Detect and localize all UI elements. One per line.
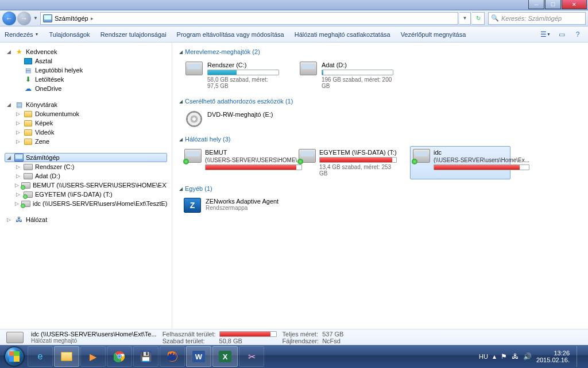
drive-d[interactable]: Adat (D:) 196 GB szabad, méret: 200 GB xyxy=(296,59,396,92)
taskbar-ie[interactable]: e xyxy=(28,346,53,367)
media-player-icon: ▶ xyxy=(86,350,100,363)
snipping-icon: ✂ xyxy=(245,350,258,363)
network-tray-icon[interactable]: 🖧 xyxy=(512,352,519,361)
network-drive-icon xyxy=(21,182,30,189)
sidebar-item-network[interactable]: ▷🖧Hálózat xyxy=(5,215,167,224)
section-other[interactable]: ◢Egyéb (1) xyxy=(179,185,581,192)
taskbar-word[interactable]: W xyxy=(186,346,211,367)
drive-idc[interactable]: idc (\\USERS-SERVER\users\Home\Ex... xyxy=(410,146,510,179)
download-icon: ⬇ xyxy=(24,75,33,83)
usage-bar xyxy=(207,70,279,75)
sidebar-item-music[interactable]: ▷Zene xyxy=(5,137,167,146)
network-drive-icon xyxy=(299,149,316,163)
taskbar-explorer[interactable] xyxy=(54,346,79,367)
sidebar-item-computer[interactable]: ◢Számítógép xyxy=(5,153,167,162)
sidebar-item-drive-c[interactable]: ▷Rendszer (C:) xyxy=(5,162,167,171)
usage-bar xyxy=(205,164,302,170)
taskbar-media[interactable]: ▶ xyxy=(80,346,106,367)
organize-menu[interactable]: Rendezés ▼ xyxy=(5,31,38,38)
help-button[interactable]: ? xyxy=(572,29,583,40)
map-network-drive-button[interactable]: Hálózati meghajtó csatlakoztatása xyxy=(295,31,390,38)
sidebar-item-downloads[interactable]: ⬇Letöltések xyxy=(5,75,167,84)
navigation-bar: ← → ▼ Számítógép ▸ ▼ ↻ 🔍 Keresés: Számít… xyxy=(0,10,588,26)
window-titlebar: ─ ☐ ✕ xyxy=(0,0,588,10)
sidebar-item-pictures[interactable]: ▷Képek xyxy=(5,118,167,128)
clock[interactable]: 13:26 2015.02.16. xyxy=(536,350,570,363)
open-control-panel-button[interactable]: Vezérlőpult megnyitása xyxy=(401,31,466,38)
taskbar-snipping[interactable]: ✂ xyxy=(239,346,264,367)
taskbar-excel[interactable]: X xyxy=(212,346,238,367)
breadcrumb-arrow-icon[interactable]: ▸ xyxy=(91,16,94,21)
show-desktop-button[interactable] xyxy=(577,346,582,367)
star-icon: ★ xyxy=(14,48,24,56)
content-pane: ◢Merevlemez-meghajtók (2) Rendszer (C:) … xyxy=(172,43,588,329)
section-removable[interactable]: ◢Cserélhető adathordozós eszközök (1) xyxy=(179,98,581,105)
collapse-icon: ◢ xyxy=(179,49,183,55)
refresh-button[interactable]: ↻ xyxy=(472,12,485,25)
zenworks-icon: Z xyxy=(184,198,201,213)
floppy-icon: 💾 xyxy=(140,351,152,362)
drive-c[interactable]: Rendszer (C:) 58,0 GB szabad, méret: 97,… xyxy=(181,59,282,92)
drive-bemut[interactable]: BEMUT (\\USERS-SERVER\USERS\HOME\... xyxy=(181,146,282,179)
drive-egyetem[interactable]: EGYETEM (\\FS-DATA) (T:) 13,4 GB szabad,… xyxy=(296,146,396,179)
computer-icon xyxy=(14,154,24,162)
search-icon: 🔍 xyxy=(491,14,499,22)
details-total-value: 537 GB xyxy=(322,331,343,338)
address-location: Számítógép xyxy=(55,15,88,22)
sidebar-item-documents[interactable]: ▷Dokumentumok xyxy=(5,109,167,118)
details-used-label: Felhasznált terület: xyxy=(163,331,216,338)
folder-icon xyxy=(24,111,32,117)
sidebar-item-drive-s[interactable]: ▷BEMUT (\\USERS-SERVER\USERS\HOME\EXT) (… xyxy=(5,181,167,190)
libraries-group[interactable]: ◢▤Könyvtárak xyxy=(5,100,167,109)
start-button[interactable] xyxy=(2,346,26,367)
computer-icon xyxy=(43,14,52,22)
ie-icon: e xyxy=(33,350,47,363)
favorites-group[interactable]: ◢★Kedvencek xyxy=(5,47,167,56)
sidebar-item-drive-z[interactable]: ▷idc (\\USERS-SERVER\users\Home\Ext\Tesz… xyxy=(5,199,167,208)
taskbar: e ▶ 💾 W X ✂ HU ▴ ⚑ 🖧 🔊 13:26 2015.02.16. xyxy=(0,345,588,368)
drive-dvd[interactable]: DVD-RW-meghajtó (E:) xyxy=(181,108,282,130)
collapse-icon: ◢ xyxy=(179,186,183,191)
chrome-icon xyxy=(113,350,126,363)
nav-history-dropdown[interactable]: ▼ xyxy=(32,12,39,25)
system-properties-button[interactable]: Rendszer tulajdonságai xyxy=(100,31,167,38)
sidebar-item-videos[interactable]: ▷Videók xyxy=(5,128,167,137)
taskbar-firefox[interactable] xyxy=(160,346,185,367)
minimize-button[interactable]: ─ xyxy=(528,0,544,9)
uninstall-program-button[interactable]: Program eltávolítása vagy módosítása xyxy=(177,31,284,38)
details-usage-bar xyxy=(219,331,277,337)
flag-icon[interactable]: ⚑ xyxy=(501,352,507,361)
address-dropdown[interactable]: ▼ xyxy=(459,12,471,25)
taskbar-save-icon[interactable]: 💾 xyxy=(133,346,158,367)
details-pane: idc (\\USERS-SERVER\users\Home\Ext\Te...… xyxy=(0,329,588,345)
navigation-tree: ◢★Kedvencek Asztal ▤Legutóbbi helyek ⬇Le… xyxy=(0,43,172,329)
search-placeholder: Keresés: Számítógép xyxy=(501,15,562,22)
properties-button[interactable]: Tulajdonságok xyxy=(49,31,90,38)
language-indicator[interactable]: HU xyxy=(479,353,488,360)
address-bar[interactable]: Számítógép ▸ xyxy=(40,12,458,25)
sidebar-item-recent[interactable]: ▤Legutóbbi helyek xyxy=(5,66,167,75)
zenworks-item[interactable]: Z ZENworks Adaptive Agent Rendszermappa xyxy=(181,195,308,215)
desktop-icon xyxy=(24,58,32,64)
search-input[interactable]: 🔍 Keresés: Számítógép xyxy=(488,12,586,25)
sidebar-item-onedrive[interactable]: ☁OneDrive xyxy=(5,84,167,93)
sidebar-item-drive-t[interactable]: ▷EGYETEM (\\FS-DATA) (T:) xyxy=(5,190,167,199)
tray-up-icon[interactable]: ▴ xyxy=(493,352,496,361)
sidebar-item-drive-d[interactable]: ▷Adat (D:) xyxy=(5,171,167,181)
view-options-button[interactable]: ☰▼ xyxy=(540,29,551,40)
maximize-button[interactable]: ☐ xyxy=(545,0,561,9)
section-network[interactable]: ◢Hálózati hely (3) xyxy=(179,136,581,143)
close-button[interactable]: ✕ xyxy=(562,0,587,9)
word-icon: W xyxy=(192,351,205,362)
forward-button[interactable]: → xyxy=(17,12,31,25)
taskbar-chrome[interactable] xyxy=(107,346,132,367)
firefox-icon xyxy=(165,350,179,363)
sidebar-item-desktop[interactable]: Asztal xyxy=(5,56,167,66)
folder-icon xyxy=(24,139,32,145)
explorer-icon xyxy=(60,350,74,363)
volume-icon[interactable]: 🔊 xyxy=(523,352,532,361)
back-button[interactable]: ← xyxy=(2,12,16,25)
preview-pane-button[interactable]: ▭ xyxy=(556,29,567,40)
section-hdd[interactable]: ◢Merevlemez-meghajtók (2) xyxy=(179,48,581,55)
chevron-down-icon: ▼ xyxy=(547,32,551,36)
